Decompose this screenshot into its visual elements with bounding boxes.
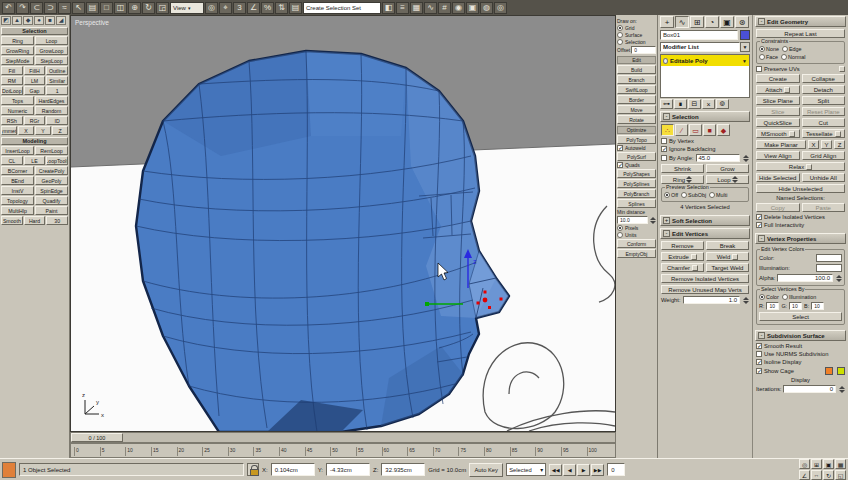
cage-color-swatch-2[interactable] xyxy=(837,367,845,375)
rectangular-selection-region-icon[interactable]: □ xyxy=(100,2,113,14)
surface-radio[interactable]: Surface xyxy=(617,32,656,38)
frame-tick-90[interactable]: 90 xyxy=(535,447,561,456)
time-slider-handle[interactable]: 0 / 100 xyxy=(71,433,123,442)
modifier-list-dropdown[interactable]: Modifier List xyxy=(660,42,740,52)
swiftloop-button[interactable]: SwiftLoop xyxy=(617,85,656,94)
cage-color-swatch-1[interactable] xyxy=(825,367,833,375)
selection-radio[interactable]: Selection xyxy=(617,39,656,45)
weight-field[interactable]: 1.0 xyxy=(683,296,740,304)
repeat-last-button[interactable]: Repeat Last xyxy=(756,29,845,38)
frame-tick-20[interactable]: 20 xyxy=(177,447,203,456)
grow-button[interactable]: Grow xyxy=(706,164,749,173)
tab-display[interactable]: ▣ xyxy=(720,16,734,28)
stepmode-button[interactable]: StepMode xyxy=(1,56,34,65)
make-unique-button[interactable]: ⊟ xyxy=(688,99,701,109)
settings-box-icon[interactable] xyxy=(839,66,845,72)
cl-button[interactable]: CL xyxy=(1,156,23,165)
maximize-viewport-icon[interactable]: ◱ xyxy=(835,470,846,480)
smooth-result-checkbox[interactable]: Smooth Result xyxy=(756,343,845,349)
instv-button[interactable]: InstV xyxy=(1,186,34,195)
toolbox-tool-5-icon[interactable]: ■ xyxy=(45,16,55,25)
off-radio[interactable]: Off xyxy=(664,192,678,198)
rollout-state-icon[interactable]: - xyxy=(758,18,765,25)
frame-tick-25[interactable]: 25 xyxy=(202,447,228,456)
settings-box-icon[interactable] xyxy=(806,164,812,170)
frame-tick-60[interactable]: 60 xyxy=(382,447,408,456)
growring-button[interactable]: GrowRing xyxy=(1,46,34,55)
zoom-extents-icon[interactable]: ▣ xyxy=(823,459,834,469)
frame-tick-5[interactable]: 5 xyxy=(100,447,126,456)
spinner-control[interactable] xyxy=(686,176,692,183)
remove-button[interactable]: Remove xyxy=(661,241,704,250)
z-coord-field[interactable]: 32.935cm xyxy=(381,463,425,476)
align-icon[interactable]: ≡ xyxy=(396,2,409,14)
createpoly-button[interactable]: CreatePoly xyxy=(35,166,68,175)
attach-button[interactable]: Attach xyxy=(756,85,800,94)
zoom-all-icon[interactable]: ⊞ xyxy=(811,459,822,469)
subobj-border-button[interactable]: ▭ xyxy=(689,124,702,136)
color-radio[interactable]: Color xyxy=(759,294,779,300)
settings-box-icon[interactable] xyxy=(732,254,738,260)
settings-box-icon[interactable] xyxy=(784,87,790,93)
z-button[interactable]: Z xyxy=(52,126,68,135)
multi-radio[interactable]: Multi xyxy=(709,192,727,198)
slice-plane-button[interactable]: Slice Plane xyxy=(756,96,800,105)
alpha-field[interactable]: 100.0 xyxy=(777,274,833,282)
units-radio[interactable]: Units xyxy=(617,232,656,238)
grid-align-button[interactable]: Grid Align xyxy=(802,151,846,160)
ring-button[interactable]: Ring xyxy=(1,36,34,45)
subobj-radio[interactable]: SubObj xyxy=(681,192,706,198)
rollout-state-icon[interactable]: - xyxy=(758,332,765,339)
cut-button[interactable]: Cut xyxy=(802,118,846,127)
frame-tick-95[interactable]: 95 xyxy=(561,447,587,456)
hide-unselected-button[interactable]: Hide Unselected xyxy=(756,184,845,193)
show-cage-checkbox[interactable]: Show Cage xyxy=(756,367,845,375)
spinner-control[interactable] xyxy=(839,386,845,393)
subobj-element-button[interactable]: ◆ xyxy=(717,124,730,136)
remove-isolated-vertices-button[interactable]: Remove Isolated Vertices xyxy=(661,274,749,283)
toolbox-tool-3-icon[interactable]: ◆ xyxy=(23,16,33,25)
by-angle-checkbox[interactable]: By Angle:45.0 xyxy=(661,154,749,162)
numeric-button[interactable]: Numeric xyxy=(1,106,34,115)
settings-box-icon[interactable] xyxy=(789,131,795,137)
polytopo-button[interactable]: PolyTopo xyxy=(617,135,656,144)
autoweld-check[interactable]: Autoweld xyxy=(617,145,656,151)
insertloop-button[interactable]: InsertLoop xyxy=(1,146,34,155)
copy-button[interactable]: Copy xyxy=(756,203,800,212)
outline-button[interactable]: Outline xyxy=(46,66,68,75)
spinner-control[interactable] xyxy=(743,155,749,162)
rgr-button[interactable]: RGr xyxy=(24,116,46,125)
collapse-button[interactable]: Collapse xyxy=(802,74,846,83)
smooth-button[interactable]: Smooth xyxy=(1,216,23,225)
detach-button[interactable]: Detach xyxy=(802,85,846,94)
tab-utilities[interactable]: ⊛ xyxy=(735,16,749,28)
quadify-button[interactable]: Quadify xyxy=(35,196,68,205)
go-to-start-button[interactable]: ◀◀ xyxy=(549,464,562,476)
selection-lock-toggle[interactable] xyxy=(247,463,259,476)
color-swatch[interactable] xyxy=(816,254,842,262)
viewport-canvas[interactable]: Perspective xyxy=(71,16,615,431)
unhide-all-button[interactable]: Unhide All xyxy=(802,173,846,182)
x-button[interactable]: X xyxy=(808,140,819,149)
rm-button[interactable]: RM xyxy=(1,76,23,85)
hide-selected-button[interactable]: Hide Selected xyxy=(756,173,800,182)
frame-tick-75[interactable]: 75 xyxy=(458,447,484,456)
target-weld-button[interactable]: Target Weld xyxy=(706,263,749,272)
range-rfield[interactable]: 10 xyxy=(766,302,779,310)
edit-named-selection-sets-icon[interactable]: ▤ xyxy=(289,2,302,14)
illumination-radio[interactable]: Illumination xyxy=(782,294,816,300)
frame-tick-55[interactable]: 55 xyxy=(356,447,382,456)
schematic-view-icon[interactable]: # xyxy=(438,2,451,14)
tab-hierarchy[interactable]: ⊞ xyxy=(690,16,704,28)
rotate-button[interactable]: Rotate xyxy=(617,115,656,124)
gap-button[interactable]: Gap xyxy=(24,86,46,95)
delete-isolated-vertices-checkbox[interactable]: Delete Isolated Vertices xyxy=(756,214,845,220)
z-button[interactable]: Z xyxy=(834,140,845,149)
spinner-control[interactable] xyxy=(743,297,749,304)
angle-snap-icon[interactable]: ∠ xyxy=(247,2,260,14)
settings-box-icon[interactable] xyxy=(835,131,841,137)
polybranch-button[interactable]: PolyBranch xyxy=(617,189,656,198)
rollout-state-icon[interactable]: + xyxy=(663,217,670,224)
30-button[interactable]: 30 xyxy=(46,216,68,225)
select-and-scale-icon[interactable]: ◲ xyxy=(156,2,169,14)
